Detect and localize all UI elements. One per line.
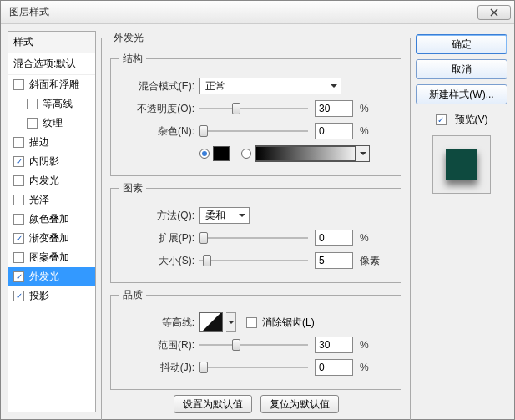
style-checkbox[interactable] xyxy=(13,214,24,225)
color-swatch[interactable] xyxy=(213,146,230,161)
chevron-down-icon xyxy=(239,212,245,219)
styles-list-panel: 样式 混合选项:默认 斜面和浮雕等高线纹理描边内阴影内发光光泽颜色叠加渐变叠加图… xyxy=(8,31,96,412)
range-input[interactable]: 30 xyxy=(315,337,353,353)
preview-inner xyxy=(446,149,477,180)
style-item-label: 描边 xyxy=(29,135,49,149)
preview-thumbnail xyxy=(432,135,491,194)
spread-input[interactable]: 0 xyxy=(315,230,353,246)
style-item-label: 投影 xyxy=(29,289,49,303)
range-slider[interactable] xyxy=(199,338,308,352)
range-unit: % xyxy=(360,339,369,351)
style-item[interactable]: 等高线 xyxy=(8,94,95,114)
blend-options-item[interactable]: 混合选项:默认 xyxy=(8,53,95,75)
gradient-swatch xyxy=(255,146,356,161)
antialias-checkbox[interactable] xyxy=(246,317,257,328)
noise-label: 杂色(N): xyxy=(119,124,199,139)
style-checkbox[interactable] xyxy=(13,156,24,167)
gradient-radio[interactable] xyxy=(241,149,251,159)
outer-glow-title: 外发光 xyxy=(110,31,147,45)
outer-glow-group: 外发光 结构 混合模式(E): 正常 不透明度(O): 30 xyxy=(101,31,411,420)
jitter-slider[interactable] xyxy=(199,361,308,374)
range-label: 范围(R): xyxy=(119,338,199,352)
structure-group: 结构 混合模式(E): 正常 不透明度(O): 30 % xyxy=(110,52,401,176)
actions-panel: 确定 取消 新建样式(W)... 预览(V) xyxy=(416,31,507,412)
gradient-picker[interactable] xyxy=(255,145,370,162)
style-item-label: 等高线 xyxy=(43,97,73,111)
styles-header[interactable]: 样式 xyxy=(8,32,95,53)
blend-mode-select[interactable]: 正常 xyxy=(199,78,341,94)
style-checkbox[interactable] xyxy=(13,233,24,244)
style-item-label: 图案叠加 xyxy=(29,250,69,265)
style-checkbox[interactable] xyxy=(13,79,24,90)
style-item[interactable]: 描边 xyxy=(8,133,95,152)
close-button[interactable] xyxy=(477,5,511,20)
opacity-label: 不透明度(O): xyxy=(119,102,199,116)
opacity-slider[interactable] xyxy=(199,102,308,115)
preview-label: 预览(V) xyxy=(455,113,488,127)
noise-input[interactable]: 0 xyxy=(315,123,353,139)
structure-title: 结构 xyxy=(119,52,146,66)
spread-label: 扩展(P): xyxy=(119,231,199,245)
dialog-title: 图层样式 xyxy=(9,5,477,19)
jitter-input[interactable]: 0 xyxy=(315,359,353,376)
make-default-button[interactable]: 设置为默认值 xyxy=(174,395,252,413)
size-slider[interactable] xyxy=(199,254,308,267)
method-select[interactable]: 柔和 xyxy=(199,207,250,224)
method-value: 柔和 xyxy=(205,209,225,223)
style-item[interactable]: 外发光 xyxy=(8,267,95,286)
style-item-label: 纹理 xyxy=(43,116,63,130)
layer-style-dialog: 图层样式 样式 混合选项:默认 斜面和浮雕等高线纹理描边内阴影内发光光泽颜色叠加… xyxy=(0,0,515,420)
opacity-unit: % xyxy=(360,103,369,114)
style-item-label: 斜面和浮雕 xyxy=(29,78,79,92)
style-item[interactable]: 投影 xyxy=(8,286,95,306)
opacity-input[interactable]: 30 xyxy=(315,100,353,117)
style-item[interactable]: 内发光 xyxy=(8,171,95,190)
style-item[interactable]: 纹理 xyxy=(8,114,95,133)
style-item[interactable]: 渐变叠加 xyxy=(8,229,95,248)
style-item[interactable]: 内阴影 xyxy=(8,152,95,171)
style-item[interactable]: 颜色叠加 xyxy=(8,210,95,229)
new-style-button[interactable]: 新建样式(W)... xyxy=(416,84,507,104)
style-item[interactable]: 图案叠加 xyxy=(8,248,95,267)
ok-button[interactable]: 确定 xyxy=(416,34,507,54)
noise-unit: % xyxy=(360,125,369,137)
size-unit: 像素 xyxy=(360,254,380,268)
style-item[interactable]: 光泽 xyxy=(8,190,95,210)
chevron-down-icon xyxy=(356,146,369,161)
blend-mode-label: 混合模式(E): xyxy=(119,79,199,94)
jitter-label: 抖动(J): xyxy=(119,361,199,375)
antialias-label: 消除锯齿(L) xyxy=(262,316,315,330)
style-checkbox[interactable] xyxy=(13,195,24,205)
titlebar: 图层样式 xyxy=(1,1,514,24)
settings-panel: 外发光 结构 混合模式(E): 正常 不透明度(O): 30 xyxy=(101,31,411,412)
contour-dropdown[interactable] xyxy=(226,312,236,332)
style-checkbox[interactable] xyxy=(13,252,24,263)
contour-swatch[interactable] xyxy=(199,312,223,332)
size-input[interactable]: 5 xyxy=(315,252,353,269)
style-item[interactable]: 斜面和浮雕 xyxy=(8,75,95,94)
method-label: 方法(Q): xyxy=(119,209,199,223)
reset-default-button[interactable]: 复位为默认值 xyxy=(260,395,339,413)
style-checkbox[interactable] xyxy=(13,291,24,301)
spread-slider[interactable] xyxy=(199,231,308,245)
style-checkbox[interactable] xyxy=(13,137,24,148)
style-item-label: 渐变叠加 xyxy=(29,231,69,245)
style-checkbox[interactable] xyxy=(27,99,38,109)
size-label: 大小(S): xyxy=(119,254,199,268)
style-checkbox[interactable] xyxy=(27,118,38,129)
preview-checkbox[interactable] xyxy=(436,114,447,125)
style-checkbox[interactable] xyxy=(13,175,24,186)
noise-slider[interactable] xyxy=(199,124,308,138)
style-checkbox[interactable] xyxy=(13,271,24,282)
jitter-unit: % xyxy=(360,362,369,373)
elements-group: 图素 方法(Q): 柔和 扩展(P): 0 % xyxy=(110,181,401,283)
quality-group: 品质 等高线: 消除锯齿(L) 范围(R): 30 % xyxy=(110,288,401,390)
spread-unit: % xyxy=(360,232,369,244)
quality-title: 品质 xyxy=(119,288,146,302)
blend-mode-value: 正常 xyxy=(205,79,225,94)
cancel-button[interactable]: 取消 xyxy=(416,59,507,79)
style-item-label: 内阴影 xyxy=(29,154,59,169)
style-item-label: 外发光 xyxy=(29,270,59,284)
color-radio[interactable] xyxy=(199,149,210,159)
style-item-label: 光泽 xyxy=(29,193,49,207)
